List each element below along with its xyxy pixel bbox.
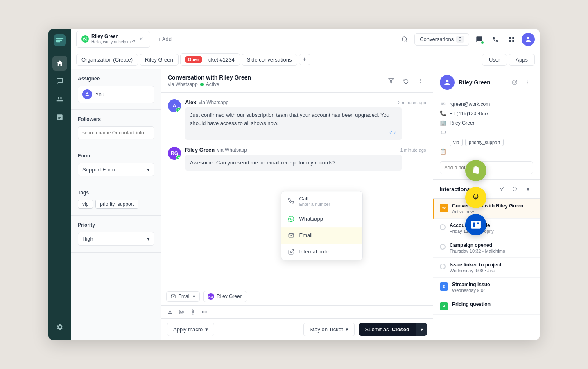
submit-main-text: Submit as [365,326,389,333]
riley-avatar: RG [168,147,181,160]
reply-channel-label: Email [178,294,190,299]
submit-main-button[interactable]: Submit as Closed [359,323,416,336]
interaction-item-conv[interactable]: W Conversation with Riley Green Active n… [433,199,540,219]
search-button[interactable] [398,33,411,46]
link-icon[interactable] [201,309,207,315]
interaction-item-upgrade[interactable]: Account upgrade Friday 12:08 • Shopify [433,219,540,238]
conversations-button[interactable]: Conversations 0 [414,33,469,46]
tags-label: Tags [78,190,154,196]
interaction-item-jira[interactable]: Issue linked to project Wednesday 9:08 •… [433,258,540,278]
tab-add-button[interactable]: + Add [154,34,176,45]
phone-icon-button[interactable] [489,33,502,46]
submit-dropdown-button[interactable]: ▾ [416,323,427,336]
reply-assignee-avatar: RG [208,293,214,300]
whatsapp-icon [81,35,89,43]
tags-row: vip priority_support [78,200,154,209]
sidebar [48,29,71,340]
editor-toolbar [161,305,433,318]
history-icon-button[interactable] [400,75,412,87]
user-tag-priority[interactable]: priority_support [465,139,504,146]
chat-icon-button[interactable] [473,33,486,46]
dropdown-item-internal-note[interactable]: Internal note [281,244,362,260]
priority-selector[interactable]: High ▾ [78,232,154,246]
more-icon-button[interactable] [415,75,426,87]
form-selector[interactable]: Support Form ▾ [78,163,154,176]
top-bar: Riley Green Hello, can you help me? ✕ + … [71,29,540,50]
tab-add-plus-button[interactable]: + [299,54,310,65]
sidebar-icon-settings[interactable] [52,320,67,335]
assignee-selector[interactable]: You [78,86,154,103]
submit-bold-text: Closed [392,326,409,333]
reply-assignee-button[interactable]: RG Riley Green [203,291,247,302]
apps-tab[interactable]: Apps [509,54,535,66]
tag-vip[interactable]: vip [78,200,93,209]
user-tag-vip[interactable]: vip [450,139,463,146]
interaction-item-pricing[interactable]: P Pricing question [433,297,540,315]
user-tab[interactable]: User [482,54,507,66]
dropdown-item-email[interactable]: Email [281,227,362,244]
msg-text: Just confirmed with our subscription tea… [190,112,389,126]
user-org: Riley Green [450,120,475,126]
more-user-button[interactable] [522,77,533,88]
emoji-icon[interactable] [179,309,184,315]
reply-channel-button[interactable]: Email ▾ [166,291,200,302]
tab-side-conversations[interactable]: Side conversations [242,54,297,66]
message-row: A Alex via Whatsapp 2 minutes ago [168,99,426,140]
interaction-meta-5: Wednesday 9:04 [452,288,533,293]
tab-add-label: + Add [158,36,172,42]
tab-ticket-1234[interactable]: Open Ticket #1234 [180,53,240,66]
apply-macro-button[interactable]: Apply macro ▾ [167,323,214,336]
attachment-icon[interactable] [190,309,196,315]
edit-user-button[interactable] [509,77,520,88]
interaction-title-2: Account upgrade [450,223,533,228]
sidebar-icon-reports[interactable] [52,110,67,125]
conv-channel: via Whatsapp [168,82,198,87]
email-dropdown-icon [287,231,295,239]
trello-badge[interactable] [465,214,486,235]
shopify-badge[interactable] [465,160,486,181]
svg-point-13 [476,196,477,196]
sidebar-icon-conversations[interactable] [52,74,67,89]
whatsapp-dropdown-icon [287,215,295,223]
interaction-item-streaming[interactable]: S Streaming issue Wednesday 9:04 [433,278,540,297]
collapse-interactions-button[interactable]: ▾ [522,184,533,194]
priority-chevron-icon: ▾ [147,236,150,242]
text-format-icon[interactable] [167,309,173,315]
tab-riley-green[interactable]: Riley Green [140,54,179,66]
tags-icon: 🏷 [440,129,446,135]
interaction-item-campaign[interactable]: Campaign opened Thursday 10:32 • Mailchi… [433,238,540,258]
grid-icon-button[interactable] [505,33,518,46]
reply-bar: Email ▾ RG Riley Green [161,287,433,305]
svg-point-11 [474,194,478,198]
conv-interaction-badge: W [440,204,448,212]
filter-interactions-button[interactable] [496,184,507,194]
followers-input[interactable] [78,126,154,139]
stay-on-ticket-button[interactable]: Stay on Ticket ▾ [303,323,355,336]
whatsapp-tab[interactable]: Riley Green Hello, can you help me? ✕ [76,31,150,47]
user-avatar-button[interactable] [522,33,535,46]
dropdown-item-call[interactable]: Call Enter a number [281,191,362,211]
message-content-2: Riley Green via Whatsapp 1 minute ago Aw… [185,147,426,171]
channel-dropdown-menu: Call Enter a number Whatsapp [281,191,363,260]
sidebar-icon-home[interactable] [52,56,67,71]
msg-time: 2 minutes ago [398,100,426,105]
conv-status: Active [206,82,219,87]
tag-priority-support[interactable]: priority_support [95,200,138,209]
interaction-title-4: Issue linked to project [450,262,533,268]
svg-point-8 [527,84,528,84]
org-icon: 🏢 [440,120,446,126]
stay-ticket-label: Stay on Ticket [310,326,343,333]
sidebar-icon-contacts[interactable] [52,92,67,107]
streaming-badge: S [440,282,448,291]
top-bar-right: Conversations 0 [398,33,535,46]
svg-point-12 [475,196,475,196]
note-icon: 📋 [440,148,446,155]
filter-icon-button[interactable] [385,75,397,87]
logo [53,34,66,47]
note-input[interactable] [440,161,533,174]
tab-close-icon[interactable]: ✕ [138,35,145,43]
refresh-interactions-button[interactable] [509,184,520,194]
tab-organization[interactable]: Organization (Create) [76,54,138,66]
mailchimp-badge[interactable] [465,187,486,208]
dropdown-item-whatsapp[interactable]: Whatsapp [281,211,362,227]
